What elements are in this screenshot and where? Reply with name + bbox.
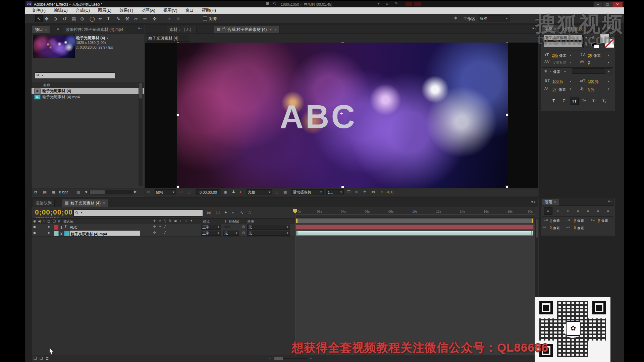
mode-dropdown[interactable]: 正常▼ bbox=[201, 231, 221, 236]
project-hscrollbar[interactable] bbox=[89, 190, 133, 194]
recorder-rec-button[interactable] bbox=[406, 2, 412, 6]
layer-handle[interactable] bbox=[505, 185, 508, 188]
fast-preview-icon[interactable]: ⊞ bbox=[355, 190, 358, 194]
expand-arrow-icon[interactable]: ▶ bbox=[48, 226, 50, 228]
eraser-tool[interactable]: ▱ bbox=[134, 16, 138, 21]
tracking-arrow[interactable]: ▼ bbox=[607, 61, 610, 64]
stroke-style-arrow[interactable]: ▼ bbox=[606, 68, 611, 74]
stroke-width-value[interactable]: - bbox=[550, 69, 551, 73]
tab-paragraph-close-icon[interactable]: × bbox=[554, 200, 556, 204]
layer-handle[interactable] bbox=[505, 43, 508, 43]
font-size-value[interactable]: 265 bbox=[552, 53, 558, 58]
pan-behind-tool[interactable]: ⊕ bbox=[80, 16, 84, 21]
tab-effect-controls[interactable]: 效果控件: 粒子光斑素材 (4).mp4 bbox=[63, 26, 126, 33]
align-right-button[interactable]: ≡ bbox=[564, 207, 572, 214]
parent-pickwhip-icon[interactable]: ◎ bbox=[242, 225, 245, 228]
zoom-dropdown[interactable]: 50%▼ bbox=[155, 189, 176, 195]
tab-timeline-close-icon[interactable]: × bbox=[103, 201, 105, 205]
small-caps-button[interactable]: Tᴛ bbox=[580, 98, 588, 104]
align-checkbox[interactable] bbox=[203, 16, 207, 21]
stroke-style-dropdown[interactable] bbox=[572, 68, 605, 74]
recorder-pen-icon[interactable]: ✎ bbox=[395, 2, 398, 5]
layer-handle[interactable] bbox=[505, 113, 508, 116]
parent-pickwhip-icon[interactable]: ◎ bbox=[242, 231, 245, 234]
eye-icon[interactable]: ◉ bbox=[33, 225, 36, 229]
project-row-footage[interactable]: ▶ 粒子光斑素材 (4).mp4 bbox=[32, 94, 144, 100]
layer-row[interactable]: ◉ ▶ 1 T ABC ✛ ☀ ╱ 正常▼ ◎ 无▼ bbox=[32, 224, 295, 231]
anchor-point-icon[interactable] bbox=[340, 112, 343, 115]
brush-tool[interactable]: ✎ bbox=[116, 16, 120, 21]
zoom-in-mountain-icon[interactable]: ▵ bbox=[310, 356, 312, 360]
justify-all-button[interactable]: ≣ bbox=[604, 207, 612, 214]
new-composition-icon[interactable]: ▦ bbox=[52, 190, 55, 194]
parent-dropdown[interactable]: 无▼ bbox=[247, 231, 290, 236]
menu-animation[interactable]: 动画(A) bbox=[141, 8, 155, 13]
tab-timeline-comp[interactable]: 粒子光斑素材 (4) × bbox=[62, 199, 108, 207]
project-row-composition[interactable]: ▣ 粒子光斑素材 (4) bbox=[32, 88, 144, 94]
timeline-search-input[interactable]: ⚲ ▼ bbox=[73, 209, 203, 217]
maximize-button[interactable]: ▢ bbox=[603, 1, 612, 7]
shape-tool[interactable]: ◯ bbox=[90, 16, 95, 21]
scroll-left-icon[interactable]: ◀ bbox=[85, 190, 87, 193]
target-region-icon[interactable]: ◻ bbox=[275, 190, 278, 194]
composition-canvas[interactable]: ABC bbox=[177, 43, 508, 188]
roto-brush-tool[interactable]: ✏ bbox=[143, 16, 147, 21]
horizontal-scale-arrow[interactable]: ▼ bbox=[607, 80, 610, 82]
layer-handle[interactable] bbox=[341, 185, 344, 188]
draft3d-icon[interactable]: ❑ bbox=[216, 210, 220, 215]
shy-switch-icon[interactable]: ✛ bbox=[153, 231, 156, 234]
layer-row[interactable]: ◉ ▶ 2 粒子光斑素材 (4).mp4 ✛ ╱ 正常▼ 无▼ ◎ 无▼ bbox=[32, 230, 295, 237]
lock-icon[interactable] bbox=[222, 28, 225, 31]
view-layout-dropdown[interactable]: 1...▼ bbox=[326, 189, 344, 195]
trkmat-column-label[interactable]: TrkMat bbox=[228, 220, 239, 223]
menu-composition[interactable]: 合成(C) bbox=[76, 8, 90, 13]
exposure-icon[interactable]: ☼ bbox=[380, 190, 383, 194]
work-area-bar[interactable] bbox=[296, 218, 534, 224]
layer-handle[interactable] bbox=[176, 185, 179, 188]
layer-bar-footage[interactable] bbox=[296, 231, 533, 236]
column-name-label[interactable]: 名称 bbox=[43, 83, 50, 87]
motion-blur-icon[interactable]: ∿ bbox=[240, 210, 244, 215]
close-button[interactable]: ✕ bbox=[612, 1, 623, 7]
baseline-shift-value[interactable]: 37 bbox=[552, 87, 556, 92]
selection-tool[interactable]: ↖ bbox=[35, 15, 43, 22]
work-area-end-handle[interactable] bbox=[532, 219, 533, 223]
tab-composition-viewer[interactable]: 合成:粒子光斑素材 (4) ▼ × bbox=[214, 26, 280, 33]
show-snapshot-icon[interactable]: ♟ bbox=[232, 190, 235, 194]
quality-switch-icon[interactable]: ╱ bbox=[164, 231, 166, 234]
menu-effect[interactable]: 效果(T) bbox=[119, 8, 133, 13]
layer-name[interactable]: ABC bbox=[70, 225, 77, 229]
layer-color-chip[interactable] bbox=[54, 225, 59, 230]
mode-dropdown[interactable]: 正常▼ bbox=[201, 225, 221, 230]
region-of-interest-icon[interactable]: ◻ bbox=[187, 190, 191, 194]
timeline-timecode[interactable]: 0;00;00;00 bbox=[35, 208, 73, 216]
font-size-arrow[interactable]: ▼ bbox=[569, 54, 572, 56]
comp-navigator-button[interactable]: 粒子光斑素材 (4) bbox=[147, 35, 189, 42]
graph-editor-icon[interactable]: ⎍ bbox=[248, 210, 251, 215]
collapse-switch-icon[interactable]: ☀ bbox=[159, 225, 161, 228]
justify-last-left-button[interactable]: ≣ bbox=[574, 207, 582, 214]
source-name-column-label[interactable]: 源名称 bbox=[63, 220, 73, 224]
kerning-arrow[interactable]: ▼ bbox=[569, 61, 572, 64]
comp-flowchart-icon[interactable]: ⋈ bbox=[207, 210, 211, 215]
subscript-button[interactable]: T₁ bbox=[600, 98, 608, 104]
parent-column-label[interactable]: 父级 bbox=[247, 220, 254, 224]
menu-window[interactable]: 窗口 bbox=[185, 8, 194, 13]
exposure-value[interactable]: +0.0 bbox=[386, 190, 393, 194]
all-caps-button[interactable]: TT bbox=[570, 98, 579, 105]
trkmat-dropdown[interactable]: 无▼ bbox=[223, 231, 239, 236]
resolution-dropdown[interactable]: 完整▼ bbox=[247, 189, 272, 195]
project-thumbnail[interactable] bbox=[33, 35, 75, 58]
menu-layer[interactable]: 图层(L) bbox=[98, 8, 111, 13]
zoom-slider-thumb[interactable] bbox=[274, 357, 283, 360]
superscript-button[interactable]: T¹ bbox=[590, 98, 598, 104]
parent-dropdown[interactable]: 无▼ bbox=[247, 225, 290, 230]
snapshot-icon[interactable]: ▣ bbox=[224, 190, 227, 194]
faux-bold-button[interactable]: T bbox=[550, 98, 558, 104]
tab-close-icon[interactable]: × bbox=[275, 28, 277, 32]
justify-last-center-button[interactable]: ≣ bbox=[584, 207, 592, 214]
recorder-dropdown-icon[interactable]: ▼ bbox=[377, 3, 380, 5]
menu-view[interactable]: 视图(V) bbox=[163, 8, 177, 13]
stroke-width-arrow[interactable]: ▼ bbox=[564, 70, 566, 73]
first-line-indent-value[interactable]: 0 bbox=[574, 219, 576, 223]
